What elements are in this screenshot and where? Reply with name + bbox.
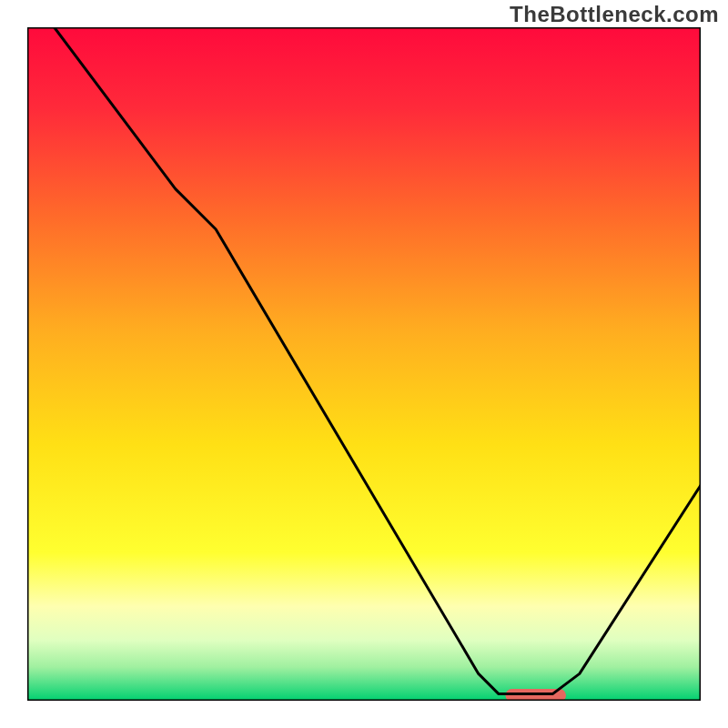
chart-area: [27, 27, 701, 701]
chart-container: TheBottleneck.com: [0, 0, 728, 728]
watermark-text: TheBottleneck.com: [510, 2, 719, 27]
chart-svg: [27, 27, 701, 701]
